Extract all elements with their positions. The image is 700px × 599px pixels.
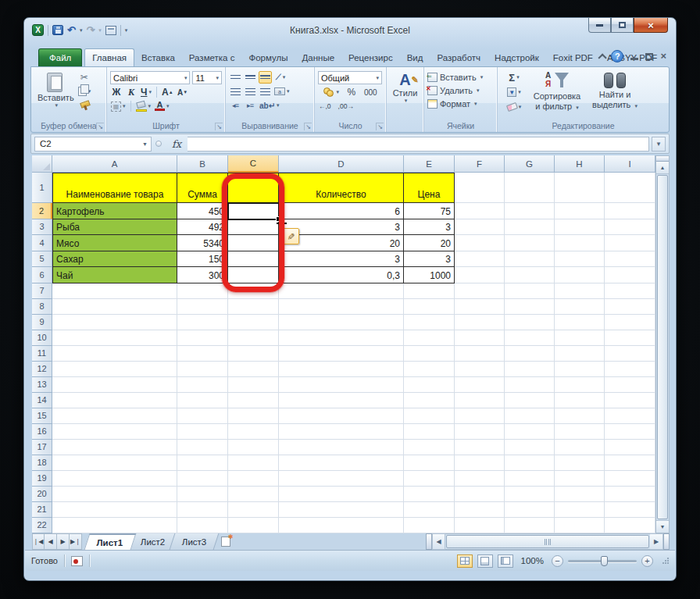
cell-E22[interactable] [404, 518, 455, 533]
cell-I1[interactable] [605, 173, 655, 203]
cell-I6[interactable] [605, 267, 655, 283]
cell-E16[interactable] [404, 424, 455, 440]
column-header-E[interactable]: E [404, 155, 455, 173]
cell-F21[interactable] [455, 502, 505, 518]
row-header-19[interactable]: 19 [32, 471, 52, 487]
row-header-12[interactable]: 12 [32, 362, 52, 377]
select-all-button[interactable] [32, 155, 52, 173]
cell-B18[interactable] [177, 455, 228, 471]
vertical-scrollbar[interactable]: ▲ ▼ [655, 155, 670, 533]
cell-A9[interactable] [52, 315, 177, 330]
column-header-I[interactable]: I [605, 155, 655, 173]
cell-G20[interactable] [505, 487, 555, 502]
cell-G12[interactable] [505, 362, 555, 377]
decrease-indent-button[interactable]: ◂≡ [229, 99, 241, 112]
cell-C3[interactable] [228, 219, 279, 236]
cell-A6[interactable]: Чай [52, 267, 177, 283]
cell-G14[interactable] [505, 393, 555, 408]
scroll-up-icon[interactable]: ▲ [656, 162, 669, 174]
cell-B14[interactable] [177, 393, 228, 408]
cell-D13[interactable] [279, 377, 404, 393]
cell-B11[interactable] [177, 346, 228, 362]
clear-button[interactable]: ▾ [501, 101, 527, 113]
cell-H21[interactable] [555, 502, 605, 518]
cell-G7[interactable] [505, 283, 555, 299]
name-box-dropdown-icon[interactable]: ▼ [142, 141, 148, 147]
row-header-20[interactable]: 20 [32, 487, 52, 502]
cell-D2[interactable]: 6 [279, 203, 404, 219]
increase-decimal-button[interactable]: ←,0 [318, 100, 332, 112]
cell-H20[interactable] [555, 487, 605, 502]
scroll-right-icon[interactable]: ▶ [650, 533, 663, 550]
cell-B21[interactable] [177, 502, 228, 518]
tab-formulas[interactable]: Формулы [241, 48, 295, 66]
cell-D18[interactable] [279, 455, 404, 471]
collapse-ribbon-icon[interactable] [598, 53, 607, 62]
cell-I7[interactable] [605, 283, 655, 299]
title-bar[interactable]: X ↶▾ ↷▾ ▾ Книга3.xlsx - Microsoft Excel … [24, 18, 676, 47]
cell-E20[interactable] [404, 487, 455, 502]
cell-H4[interactable] [555, 235, 605, 251]
cell-F10[interactable] [455, 330, 505, 346]
vertical-split-handle[interactable] [656, 156, 669, 162]
shrink-font-button[interactable]: А▼ [177, 86, 189, 98]
cell-B7[interactable] [177, 283, 228, 299]
row-header-10[interactable]: 10 [32, 330, 52, 346]
tab-data[interactable]: Данные [295, 48, 342, 66]
align-bottom-button[interactable] [259, 71, 272, 84]
cell-I22[interactable] [605, 518, 655, 533]
italic-button[interactable]: К [125, 86, 138, 98]
cell-D10[interactable] [279, 330, 404, 346]
cell-F16[interactable] [455, 424, 505, 440]
cell-A19[interactable] [52, 471, 177, 487]
cell-G8[interactable] [505, 299, 555, 315]
cell-I21[interactable] [605, 502, 655, 518]
cell-B15[interactable] [177, 408, 228, 424]
cell-E11[interactable] [404, 346, 455, 362]
cell-F9[interactable] [455, 315, 505, 330]
cell-B8[interactable] [177, 299, 228, 315]
formula-bar-splitter[interactable] [154, 137, 163, 152]
row-header-16[interactable]: 16 [32, 424, 52, 440]
align-top-button[interactable] [229, 71, 241, 84]
cell-C18[interactable] [228, 455, 279, 471]
cell-D8[interactable] [279, 299, 404, 315]
cell-C7[interactable] [228, 283, 279, 299]
cell-F17[interactable] [455, 440, 505, 455]
cell-D22[interactable] [279, 518, 404, 533]
underline-button[interactable]: Ч▾ [140, 86, 152, 98]
paste-button[interactable]: Вставить ▾ [34, 70, 77, 112]
accounting-format-button[interactable]: ▾ [323, 86, 340, 98]
cell-H16[interactable] [555, 424, 605, 440]
zoom-in-button[interactable]: + [641, 555, 653, 567]
dialog-launcher-icon[interactable]: ↘ [304, 123, 312, 130]
cell-B2[interactable]: 450 [177, 203, 228, 219]
cell-A18[interactable] [52, 455, 177, 471]
cell-D1[interactable]: Количество [279, 173, 404, 203]
cell-I15[interactable] [605, 408, 655, 424]
percent-button[interactable]: % [345, 86, 358, 98]
cell-G5[interactable] [505, 251, 555, 268]
cell-A16[interactable] [52, 424, 177, 440]
tab-file[interactable]: Файл [38, 48, 82, 66]
row-header-13[interactable]: 13 [32, 377, 52, 393]
dialog-launcher-icon[interactable]: ↘ [376, 123, 384, 130]
cell-F7[interactable] [455, 283, 505, 299]
cell-B5[interactable]: 150 [177, 251, 228, 268]
cell-C9[interactable] [228, 315, 279, 330]
cell-H22[interactable] [555, 518, 605, 533]
workbook-close-icon[interactable]: × [660, 52, 666, 60]
row-header-4[interactable]: 4 [32, 235, 52, 251]
tab-home[interactable]: Главная [84, 48, 134, 66]
cell-E7[interactable] [404, 283, 455, 299]
orientation-button[interactable]: ⟋▾ [274, 71, 287, 84]
cell-G18[interactable] [505, 455, 555, 471]
row-header-9[interactable]: 9 [32, 315, 52, 330]
cell-I2[interactable] [605, 203, 655, 219]
cell-G9[interactable] [505, 315, 555, 330]
row-header-15[interactable]: 15 [32, 408, 52, 424]
cell-I14[interactable] [605, 393, 655, 408]
cell-A1[interactable]: Наименование товара [52, 173, 177, 203]
cell-D12[interactable] [279, 362, 404, 377]
cell-I12[interactable] [605, 362, 655, 377]
